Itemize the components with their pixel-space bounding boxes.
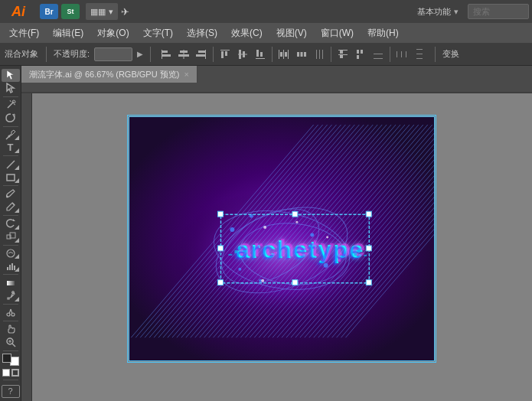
opacity-input[interactable] — [94, 47, 132, 61]
svg-rect-155 — [218, 280, 224, 285]
menu-view[interactable]: 视图(V) — [270, 25, 313, 41]
menu-effect[interactable]: 效果(C) — [225, 25, 269, 41]
warp-tool[interactable] — [2, 246, 20, 259]
fill-stroke-row — [2, 369, 19, 377]
eyedropper-tool[interactable] — [2, 289, 20, 302]
paintbrush-tool[interactable] — [2, 187, 20, 200]
bridge-icon[interactable]: Br — [40, 4, 58, 19]
canvas-with-ruler: archetype archetype archetype — [21, 93, 532, 401]
svg-rect-18 — [279, 50, 279, 59]
distribute-bottom-icon[interactable] — [370, 46, 387, 63]
shape-tool[interactable] — [2, 171, 20, 184]
svg-point-144 — [264, 226, 267, 229]
toolbar-sep-6 — [3, 245, 18, 246]
svg-rect-153 — [218, 246, 224, 251]
distribute-spacing-v-icon[interactable] — [411, 46, 428, 63]
align-middle-v-icon[interactable] — [234, 46, 251, 63]
pen-tool[interactable] — [2, 128, 20, 141]
menu-object[interactable]: 对象(O) — [91, 25, 135, 41]
type-tool[interactable]: T — [2, 141, 20, 154]
gradient-tool[interactable] — [2, 276, 20, 289]
svg-rect-62 — [11, 263, 13, 270]
select-tool[interactable] — [2, 69, 20, 82]
svg-rect-143 — [364, 255, 367, 256]
scale-tool[interactable] — [2, 230, 20, 243]
pencil-tool[interactable] — [2, 200, 20, 214]
svg-rect-141 — [354, 253, 357, 256]
svg-point-147 — [262, 279, 265, 282]
svg-rect-20 — [288, 50, 289, 59]
scissors-tool[interactable] — [2, 306, 20, 319]
svg-marker-45 — [7, 83, 14, 93]
svg-rect-15 — [256, 50, 259, 57]
svg-rect-25 — [304, 52, 306, 57]
fill-icon[interactable] — [2, 369, 10, 377]
svg-rect-61 — [9, 265, 11, 270]
svg-rect-60 — [7, 267, 8, 270]
svg-rect-24 — [301, 52, 303, 57]
workspace-dropdown-arrow[interactable]: ▾ — [454, 7, 459, 17]
align-center-h-icon[interactable] — [175, 46, 192, 63]
options-separator-5 — [331, 47, 331, 62]
stock-icon[interactable]: St — [61, 4, 80, 19]
stroke-icon[interactable] — [11, 369, 19, 377]
distribute-center-h-icon[interactable] — [293, 46, 310, 63]
menu-edit[interactable]: 编辑(E) — [47, 25, 90, 41]
magic-wand-tool[interactable] — [2, 99, 20, 112]
svg-line-48 — [10, 100, 11, 102]
workspace-switcher-button[interactable]: ▦▦ ▾ — [86, 3, 118, 20]
toolbar-sep-11 — [3, 380, 18, 380]
options-separator-6 — [390, 47, 390, 62]
app-logo-icon: Ai — [3, 4, 34, 20]
svg-point-146 — [326, 236, 328, 239]
blend-label: 混合对象 — [5, 48, 39, 60]
distribute-top-icon[interactable] — [335, 46, 351, 63]
svg-rect-64 — [7, 281, 15, 285]
graph-tool[interactable] — [2, 259, 20, 272]
menu-select[interactable]: 选择(S) — [181, 25, 224, 41]
arrange-button[interactable]: ✈ — [121, 6, 129, 18]
toolbar-sep-9 — [3, 321, 18, 321]
align-top-icon[interactable] — [217, 46, 233, 63]
artboard: archetype archetype archetype — [129, 116, 435, 361]
hand-tool[interactable] — [2, 323, 20, 336]
menu-type[interactable]: 文字(T) — [137, 25, 179, 41]
search-input[interactable] — [468, 4, 529, 19]
zoom-tool[interactable] — [2, 336, 20, 349]
color-swatches[interactable] — [2, 354, 19, 365]
toolbar-sep-3 — [3, 155, 18, 156]
rotate-tool[interactable] — [2, 217, 20, 230]
transform-button[interactable]: 变换 — [442, 48, 459, 60]
main-area: T — [0, 66, 532, 401]
ruler-top: /* rendered below */ — [21, 83, 532, 93]
align-icons-group — [158, 46, 428, 63]
menu-window[interactable]: 窗口(W) — [315, 25, 360, 41]
align-right-icon[interactable] — [193, 46, 210, 63]
document-tab[interactable]: 潮流字体.ai @ 66.67% (RGB/GPU 预览) × — [21, 66, 197, 83]
menu-file[interactable]: 文件(F) — [3, 25, 45, 41]
svg-rect-41 — [416, 49, 423, 50]
svg-rect-26 — [316, 50, 317, 59]
align-left-icon[interactable] — [158, 46, 175, 63]
distribute-middle-v-icon[interactable] — [352, 46, 369, 63]
distribute-left-icon[interactable] — [276, 46, 292, 63]
canvas-workspace[interactable]: archetype archetype archetype — [32, 93, 532, 384]
title-bar: Ai Br St ▦▦ ▾ ✈ 基本功能 ▾ — [0, 0, 532, 23]
help-button[interactable]: ? — [2, 385, 20, 398]
menu-help[interactable]: 帮助(H) — [361, 25, 405, 41]
distribute-spacing-h-icon[interactable] — [393, 46, 410, 63]
svg-rect-16 — [260, 52, 263, 57]
line-tool[interactable] — [2, 158, 20, 171]
svg-rect-1 — [162, 54, 171, 57]
tab-close-button[interactable]: × — [184, 70, 188, 79]
svg-rect-154 — [367, 246, 372, 251]
lasso-tool[interactable] — [2, 112, 20, 125]
direct-select-tool[interactable] — [2, 82, 20, 95]
svg-line-49 — [14, 104, 15, 105]
align-bottom-icon[interactable] — [252, 46, 269, 63]
distribute-right-icon[interactable] — [311, 46, 328, 63]
svg-rect-36 — [374, 58, 383, 59]
svg-line-52 — [7, 161, 15, 168]
opacity-arrow-icon[interactable]: ▶ — [137, 50, 143, 58]
options-separator-7 — [435, 47, 436, 62]
